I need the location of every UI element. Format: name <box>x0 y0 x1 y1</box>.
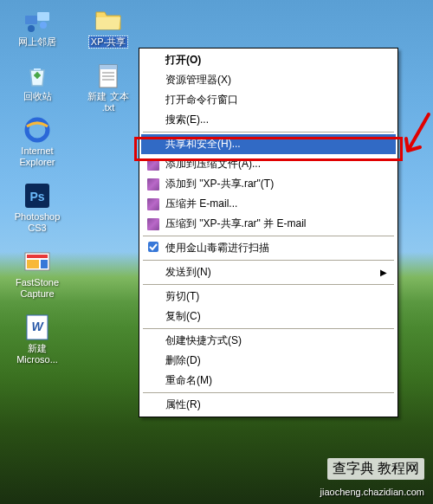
submenu-arrow-icon: ▶ <box>380 268 387 277</box>
scan-icon <box>147 241 159 255</box>
watermark-url: jiaocheng.chazidian.com <box>320 487 424 497</box>
menu-item-label: 创建快捷方式(S) <box>165 333 387 348</box>
menu-item[interactable]: 打开命令行窗口 <box>141 90 396 110</box>
menu-item-icon-spacer <box>146 334 160 348</box>
menu-item[interactable]: 压缩并 E-mail... <box>141 194 396 214</box>
menu-item-label: 共享和安全(H)... <box>165 137 387 152</box>
menu-item-label: 剪切(T) <box>165 289 387 304</box>
menu-item[interactable]: 复制(C) <box>141 307 396 326</box>
network-neighborhood-icon[interactable]: 网上邻居 <box>7 7 68 48</box>
winrar-icon <box>146 217 160 231</box>
menu-item-label: 删除(D) <box>165 353 387 368</box>
menu-item-label: 复制(C) <box>165 309 387 324</box>
winrar-icon <box>146 178 160 191</box>
menu-item-icon-spacer <box>146 74 160 87</box>
context-menu: 打开(O)资源管理器(X)打开命令行窗口搜索(E)...共享和安全(H)...添… <box>139 48 398 417</box>
photoshop-icon[interactable]: Ps Photoshop CS3 <box>7 182 68 234</box>
winrar-icon <box>147 198 159 210</box>
menu-item-label: 添加到压缩文件(A)... <box>165 157 387 171</box>
menu-separator <box>143 236 394 236</box>
desktop-icon-label: 新建 Microso... <box>15 343 60 365</box>
menu-item-icon-spacer <box>146 138 160 152</box>
desktop: 网上邻居 回收站 Internet Explorer Ps Photoshop … <box>0 0 433 504</box>
menu-item[interactable]: 剪切(T) <box>141 287 396 307</box>
menu-item-label: 重命名(M) <box>165 373 387 388</box>
scan-icon <box>146 242 160 255</box>
notepad-icon <box>94 61 122 89</box>
desktop-icon-label: Photoshop CS3 <box>13 211 62 234</box>
menu-item-icon-spacer <box>146 113 160 127</box>
menu-item[interactable]: 添加到 "XP-共享.rar"(T) <box>141 174 396 194</box>
menu-item-icon-spacer <box>146 54 160 68</box>
menu-item[interactable]: 添加到压缩文件(A)... <box>141 154 396 174</box>
menu-item-icon-spacer <box>146 266 160 280</box>
svg-rect-1 <box>37 12 49 21</box>
folder-icon <box>94 7 122 35</box>
desktop-icon-image: Ps <box>23 182 51 210</box>
menu-item[interactable]: 搜索(E)... <box>141 110 396 130</box>
desktop-icon-image <box>23 248 51 275</box>
menu-item-icon-spacer <box>146 290 160 304</box>
menu-item-label: 使用金山毒霸进行扫描 <box>165 241 387 255</box>
menu-item[interactable]: 使用金山毒霸进行扫描 <box>141 238 396 258</box>
menu-item[interactable]: 创建快捷方式(S) <box>141 331 396 351</box>
menu-item[interactable]: 删除(D) <box>141 351 396 371</box>
menu-separator <box>143 260 394 261</box>
menu-item[interactable]: 发送到(N)▶ <box>141 262 396 282</box>
menu-item-label: 资源管理器(X) <box>165 73 387 87</box>
winrar-icon <box>147 218 159 230</box>
word-icon[interactable]: W 新建 Microso... <box>7 313 68 365</box>
desktop-icon-image: W <box>23 313 51 341</box>
menu-item-label: 添加到 "XP-共享.rar"(T) <box>165 177 387 191</box>
menu-item[interactable]: 压缩到 "XP-共享.rar" 并 E-mail <box>141 214 396 234</box>
winrar-icon <box>146 197 160 211</box>
folder-xp-share-icon[interactable]: XP-共享 <box>78 7 139 48</box>
svg-rect-18 <box>148 242 158 252</box>
internet-explorer-icon[interactable]: Internet Explorer <box>7 116 68 168</box>
menu-separator <box>143 132 394 132</box>
menu-item[interactable]: 打开(O) <box>141 50 396 70</box>
svg-rect-8 <box>27 255 48 258</box>
desktop-icon-label: Internet Explorer <box>18 145 57 168</box>
menu-item[interactable]: 资源管理器(X) <box>141 70 396 90</box>
desktop-icon-label: FastStone Capture <box>14 277 61 300</box>
svg-text:W: W <box>31 320 44 333</box>
text-file-icon[interactable]: 新建 文本 .txt <box>78 61 139 113</box>
menu-item[interactable]: 属性(R) <box>141 395 396 415</box>
svg-point-3 <box>40 22 47 29</box>
desktop-icon-label: 网上邻居 <box>16 36 58 48</box>
menu-item-icon-spacer <box>146 310 160 324</box>
svg-rect-10 <box>41 260 48 268</box>
desktop-icon-image <box>23 116 51 144</box>
menu-item-label: 压缩到 "XP-共享.rar" 并 E-mail <box>165 216 387 231</box>
svg-rect-0 <box>25 16 37 24</box>
menu-separator <box>143 284 394 285</box>
svg-point-2 <box>28 25 35 32</box>
menu-item-label: 发送到(N) <box>165 265 380 280</box>
menu-item[interactable]: 共享和安全(H)... <box>141 134 396 154</box>
winrar-icon <box>146 158 160 171</box>
desktop-icon-image <box>23 61 51 89</box>
menu-separator <box>143 392 394 393</box>
desktop-icon-label: XP-共享 <box>89 36 127 48</box>
recycle-bin-icon[interactable]: 回收站 <box>7 61 68 102</box>
menu-item[interactable]: 重命名(M) <box>141 371 396 391</box>
menu-item-icon-spacer <box>146 374 160 388</box>
svg-rect-9 <box>27 260 39 268</box>
desktop-icon-label: 新建 文本 .txt <box>86 91 130 113</box>
menu-separator <box>143 328 394 329</box>
menu-item-label: 压缩并 E-mail... <box>165 197 387 211</box>
menu-item-icon-spacer <box>146 354 160 368</box>
menu-item-label: 打开命令行窗口 <box>165 93 387 107</box>
desktop-icon-image <box>23 7 51 35</box>
menu-item-label: 属性(R) <box>165 397 387 412</box>
menu-item-label: 搜索(E)... <box>165 113 387 127</box>
winrar-icon <box>147 178 159 191</box>
menu-item-icon-spacer <box>146 398 160 412</box>
watermark-main: 查字典 教程网 <box>327 458 424 480</box>
menu-item-icon-spacer <box>146 94 160 107</box>
desktop-icons-col2: XP-共享 新建 文本 .txt <box>78 7 139 113</box>
faststone-icon[interactable]: FastStone Capture <box>7 248 68 300</box>
desktop-icons-col1: 网上邻居 回收站 Internet Explorer Ps Photoshop … <box>7 7 68 365</box>
annotation-arrow-icon <box>403 111 432 165</box>
